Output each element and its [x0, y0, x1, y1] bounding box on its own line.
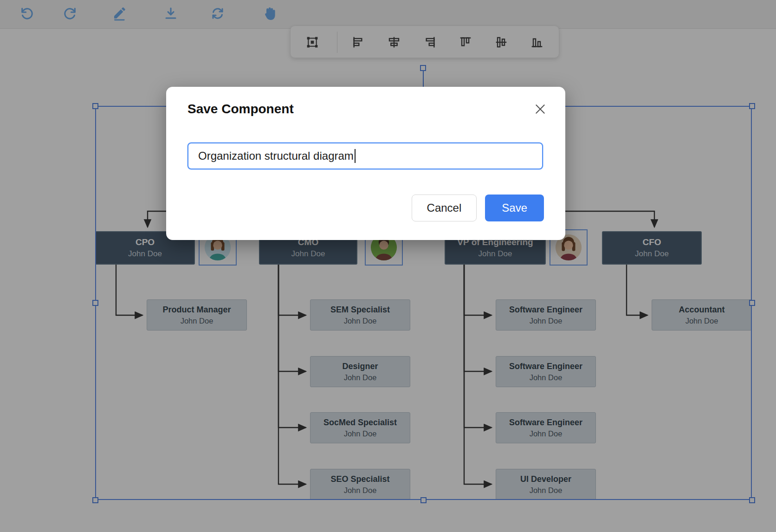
diagram-editor-window: CPO John Doe CMO John Doe — [0, 0, 776, 532]
modal-backdrop[interactable] — [0, 0, 776, 532]
save-component-dialog: Save Component Organization structural d… — [166, 87, 565, 240]
save-button[interactable]: Save — [485, 195, 544, 221]
dialog-actions: Cancel Save — [412, 195, 544, 221]
component-name-value: Organization structural diagram — [198, 149, 354, 162]
text-caret — [355, 149, 356, 163]
dialog-title: Save Component — [188, 102, 294, 117]
cancel-button[interactable]: Cancel — [412, 195, 477, 221]
component-name-input[interactable]: Organization structural diagram — [188, 143, 543, 169]
close-icon — [534, 103, 546, 115]
close-button[interactable] — [531, 100, 550, 118]
